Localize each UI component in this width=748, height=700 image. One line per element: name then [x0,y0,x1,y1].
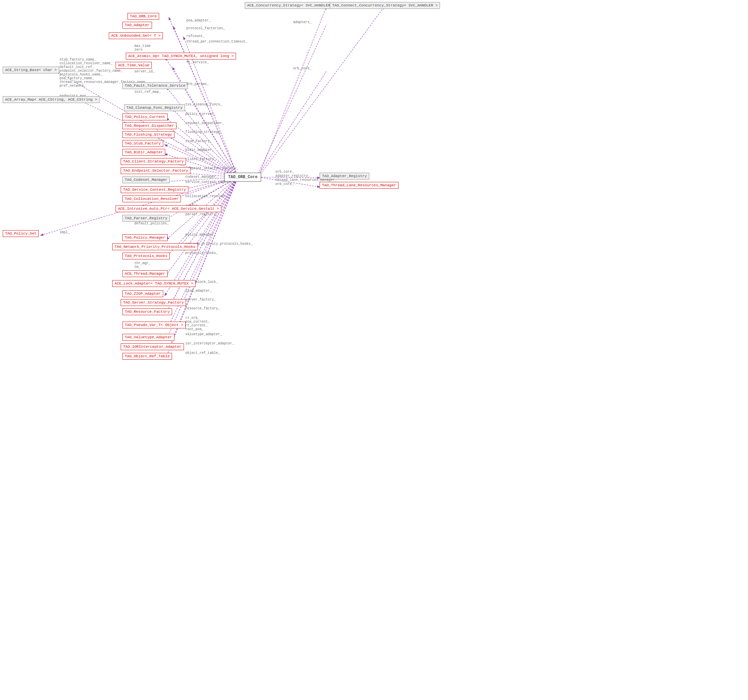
label-collocation-resolver-name: collocation_resolver_name_ [59,62,113,65]
label-policy-current: policy_current_ [185,112,216,116]
node-tao-endpoint-selector-factory: TAO_Endpoint_Selector_Factory [121,167,190,174]
node-tao-connect-concurrency-strategy: TAO_Connect_Concurrency_Strategy< SVC_HA… [330,2,440,9]
label-root-poa: root_poa_ [185,327,204,331]
label-server-factory: server_factory_ [185,298,216,302]
node-ace-time-value: ACE_Atomic_Op< TAO_SYNCH_MUTEX, unsigned… [126,53,236,59]
node-tao-object-ref-table: TAO_Object_Ref_Table [122,353,172,360]
label-default-policies: default_policies_ [134,222,169,225]
label-tss-cleanup-funcs: tss_cleanup_funcs_ [185,103,222,106]
node-tao-server-strategy-factory: TAO_Server_Strategy_Factory [121,299,186,306]
svg-line-1 [173,27,238,177]
node-tao-flushing-strategy: TAO_Flushing_Strategy [122,131,175,138]
label-max-time: max_time [134,44,151,48]
node-ace-thread-manager: ACE_Thread_Manager [122,270,167,277]
node-tao-valuetype-adapter: TAO_Valuetype_Adapter [122,334,175,341]
node-tao-bidir-adapter: TAO_BiDir_Adapter [122,149,165,156]
label-collocation-resolver: collocation_resolver_ [185,194,228,198]
node-tao-ior-interceptor-adapter: TAO_IORInterceptor_Adapter [121,343,184,350]
node-ace-string-base: ACE_String_Base< char > [3,67,59,73]
label-adapters: adapters_ [293,20,312,24]
label-ior-interceptor-adapter: ior_interceptor_adapter_ [185,342,234,345]
node-tao-orb-parameters: TAO_Fault_Tolerance_Service [122,82,188,89]
label-stub-factory-name: stub_factory_name_ [59,58,96,62]
node-tao-pseudo-var-t: TAO_Pseudo_Var_T< Object > [122,322,185,328]
label-poa-adapter: poa_adapter_ [186,19,211,23]
node-tao-fault-tolerance: ACE_Time_Value [116,62,152,69]
label-adapter-registry: adapter_registry_ [275,174,310,178]
label-server-id: server_id_ [134,70,155,73]
label-ft-service: ft_service_ [186,61,209,64]
diagram-container: TAO_ORB_Core TAO_Adapter ACE_Unbounded_S… [0,0,748,700]
node-tao-codeset-manager: TAO_Codeset_Manager [122,176,170,183]
node-tao-parser-registry: TAO_Parser_Registry [122,215,170,222]
label-request-dispatcher: request_dispatcher_ [185,121,224,125]
node-tao-policy-manager: TAO_Policy_Manager [122,234,167,241]
node-tao-network-priority-protocols-hooks: TAO_Network_Priority_Protocols_Hooks [112,243,198,250]
node-ace-lock-adapter: ACE_Lock_Adapter< TAO_SYNCH_MUTEX > [112,280,196,287]
label-default-init-ref: default_init_ref_ [59,65,94,69]
node-ace-unbounded-set: TAO_Adapter [122,22,152,29]
label-protocols-hooks-name: protocols_hooks_name_ [59,73,102,76]
node-ace-array-map: ACE_Array_Map< ACE_CString, ACE_CString … [3,96,100,103]
node-tao-client-strategy-factory: TAO_Client_Strategy_Factory [121,158,186,165]
svg-line-37 [258,7,384,177]
label-thread-lane-resources-manager: thread_lane_resources_manager_ [275,178,337,182]
label-rt-current: rt_current_ [185,323,208,327]
node-ace-intrusive-auto-ptr: ACE_Intrusive_Auto_Ptr< ACE_Service_Gest… [116,205,221,212]
label-rt-orb: rt_orb_ [185,316,199,320]
node-tao-service-context-registry: TAO_Service_Context_Registry [121,186,189,193]
label-policy-manager: policy_manager_ [185,233,216,237]
node-tao-cleanup-func-registry: TAO_Cleanup_Func_Registry [124,104,185,111]
node-tao-stub-factory: TAO_Stub_Factory [122,140,163,147]
label-orb-core-right2: orb_core_ [275,182,294,186]
label-init-ref-map: init_ref_map_ [134,90,161,94]
label-poa-factory-name: poa_factory_name_ [59,76,94,80]
label-flushing-strategy: flushing_strategy_ [185,130,222,134]
svg-line-36 [258,7,326,177]
label-ziop-adapter: ziop_adapter_ [185,289,212,293]
label-tm: tm_ [134,265,140,269]
label-protocol-factories: protocol_factories_ [186,26,225,30]
svg-line-38 [258,71,326,175]
label-thr-mgr: thr_mgr_ [134,261,151,265]
node-tao-resource-factory: TAO_Resource_Factory [122,308,172,315]
node-tao-thread-lane-resources-manager: TAO_Thread_Lane_Resources_Manager [319,182,398,189]
label-valuetype-adapter: valuetype_adapter_ [185,333,222,336]
node-ace-atomic-op: ACE_Unbounded_Set< T > [109,32,163,39]
svg-line-26 [175,177,238,285]
label-orb-core-right: orb_core_ [275,170,294,174]
node-tao-protocols-hooks: TAO_Protocols_Hooks [122,253,170,260]
node-tao-request-dispatcher: TAO_Request_Dispatcher [122,122,176,129]
label-protocols-hooks: protocols_hooks_ [185,251,218,255]
label-codeset-manager: codeset_manager_ [185,175,218,179]
edges-svg [0,0,748,700]
label-pref-network: pref_network_ [59,84,86,88]
label-stub-factory: stub_factory_ [185,140,212,143]
node-tao-adapter: TAO_ORB_Core [128,13,159,20]
svg-line-39 [258,24,326,173]
node-ace-concurrency-strategy: ACE_Concurrency_Strategy< SVC_HANDLER > [245,2,337,9]
label-poa-current: poa_current_ [185,320,210,323]
node-tao-collocation-resolver: TAO_Collocation_Resolver [122,196,181,202]
node-tao-policy-set: TAO_Policy_Set [3,230,39,237]
label-object-ref-table: object_ref_table_ [185,351,220,355]
label-bidir-adapter: bidir_adapter_ [185,148,214,152]
label-thread-per-connection-timeout: thread_per_connection_timeout_ [186,40,248,44]
label-orb-core-upper: orb_core_ [293,67,312,70]
label-parser-registry: parser_registry_ [185,213,218,216]
node-tao-policy-current: TAO_Policy_Current [122,114,167,120]
label-zero: zero [134,48,143,52]
label-orb-params: orb_params_ [186,82,209,86]
label-resource-factory: resource_factory_ [185,307,220,310]
label-impl: impl_ [59,231,70,234]
label-refcount: refcount_ [186,34,205,38]
label-endpoint-selector-factory-name: endpoint_selector_factory_name_ [59,69,123,73]
label-endpoint-selector-factory: endpoint_selector_factory_ [185,167,238,170]
node-tao-orb-core: TAO_ORB_Core [224,173,261,182]
node-tao-ziop-adapter: TAO_ZIOP_Adapter [122,290,163,297]
label-client-factory: client_factory_ [185,157,216,161]
